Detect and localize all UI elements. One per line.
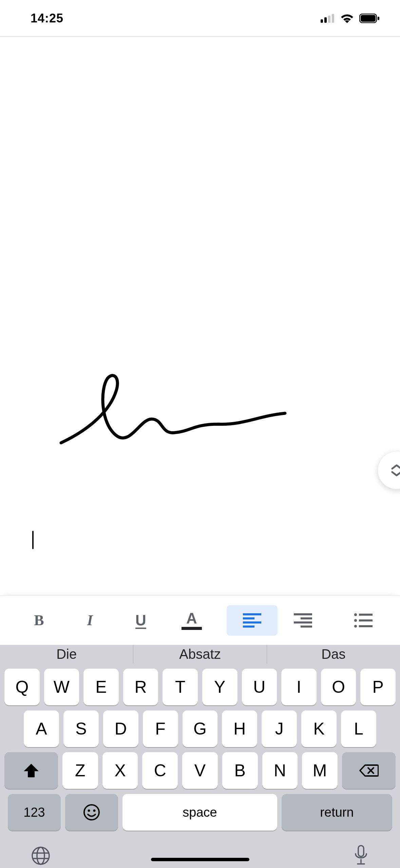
- bullet-list-button[interactable]: [338, 605, 389, 636]
- svg-rect-11: [294, 613, 312, 615]
- svg-rect-14: [301, 626, 312, 628]
- dictation-button[interactable]: [353, 844, 369, 868]
- svg-rect-16: [359, 614, 373, 616]
- key-k[interactable]: K: [301, 710, 337, 747]
- suggestion-1[interactable]: Die: [0, 647, 133, 662]
- shift-icon: [23, 763, 39, 778]
- key-r[interactable]: R: [123, 669, 158, 705]
- cellular-icon: [321, 14, 335, 23]
- svg-point-15: [354, 613, 357, 616]
- key-a[interactable]: A: [24, 710, 59, 747]
- key-n[interactable]: N: [262, 752, 298, 789]
- format-toolbar: B I U A: [0, 595, 400, 645]
- key-emoji[interactable]: [65, 794, 118, 831]
- svg-rect-7: [243, 613, 261, 615]
- key-u[interactable]: U: [242, 669, 277, 705]
- svg-rect-9: [243, 621, 261, 623]
- text-cursor: [32, 531, 34, 549]
- align-left-button[interactable]: [227, 605, 278, 636]
- key-z[interactable]: Z: [62, 752, 98, 789]
- key-x[interactable]: X: [102, 752, 138, 789]
- key-s[interactable]: S: [63, 710, 99, 747]
- svg-rect-1: [324, 17, 327, 23]
- keyboard-footer: [0, 834, 400, 868]
- key-h[interactable]: H: [222, 710, 257, 747]
- key-t[interactable]: T: [163, 669, 198, 705]
- emoji-icon: [83, 804, 100, 821]
- key-e[interactable]: E: [83, 669, 119, 705]
- backspace-icon: [359, 764, 379, 777]
- status-time: 14:25: [31, 11, 63, 25]
- key-d[interactable]: D: [103, 710, 138, 747]
- globe-button[interactable]: [31, 846, 51, 867]
- svg-rect-3: [332, 14, 334, 23]
- svg-rect-2: [328, 16, 330, 23]
- svg-rect-8: [243, 617, 254, 619]
- globe-icon: [31, 846, 51, 866]
- svg-rect-12: [301, 617, 312, 619]
- align-right-button[interactable]: [278, 605, 328, 636]
- battery-icon: [359, 14, 380, 23]
- key-backspace[interactable]: [342, 752, 396, 789]
- chevron-up-icon: [391, 464, 400, 470]
- key-f[interactable]: F: [143, 710, 178, 747]
- suggestion-row: Die Absatz Das: [0, 645, 400, 664]
- key-y[interactable]: Y: [202, 669, 237, 705]
- status-icons: [321, 14, 380, 23]
- key-shift[interactable]: [4, 752, 58, 789]
- svg-point-17: [354, 619, 357, 622]
- bullet-list-icon: [354, 613, 373, 628]
- align-left-icon: [243, 613, 261, 628]
- key-numbers[interactable]: 123: [8, 794, 61, 831]
- svg-rect-6: [378, 17, 379, 20]
- key-g[interactable]: G: [183, 710, 218, 747]
- svg-point-27: [37, 847, 44, 864]
- key-b[interactable]: B: [222, 752, 258, 789]
- chevron-down-icon: [391, 471, 400, 477]
- bold-button[interactable]: B: [14, 605, 64, 636]
- underline-button[interactable]: U: [115, 605, 166, 636]
- key-space[interactable]: space: [122, 794, 277, 831]
- svg-rect-0: [321, 19, 323, 23]
- key-return[interactable]: return: [282, 794, 392, 831]
- italic-button[interactable]: I: [64, 605, 115, 636]
- key-j[interactable]: J: [262, 710, 297, 747]
- underline-label: U: [135, 612, 146, 629]
- signature-drawing: [59, 370, 290, 451]
- microphone-icon: [353, 844, 369, 867]
- key-o[interactable]: O: [321, 669, 356, 705]
- key-v[interactable]: V: [182, 752, 218, 789]
- suggestion-3[interactable]: Das: [267, 647, 400, 662]
- wifi-icon: [340, 14, 354, 23]
- svg-rect-18: [359, 619, 373, 621]
- svg-point-19: [354, 625, 357, 628]
- align-right-icon: [294, 613, 312, 628]
- document-area[interactable]: [0, 37, 400, 595]
- svg-point-25: [93, 810, 96, 812]
- svg-point-24: [88, 810, 90, 812]
- keyboard: Die Absatz Das Q W E R T Y U I O P A S D…: [0, 645, 400, 868]
- svg-rect-10: [243, 626, 254, 628]
- svg-point-23: [84, 805, 99, 820]
- svg-rect-30: [358, 846, 364, 856]
- svg-point-26: [32, 847, 49, 864]
- key-p[interactable]: P: [360, 669, 396, 705]
- text-color-button[interactable]: A: [166, 605, 217, 636]
- key-m[interactable]: M: [302, 752, 338, 789]
- svg-rect-13: [294, 621, 312, 623]
- text-color-label: A: [186, 611, 197, 626]
- key-q[interactable]: Q: [4, 669, 40, 705]
- key-l[interactable]: L: [341, 710, 376, 747]
- text-color-swatch: [182, 627, 202, 630]
- status-bar: 14:25: [0, 0, 400, 37]
- svg-rect-5: [361, 15, 376, 22]
- home-indicator[interactable]: [151, 858, 249, 861]
- key-w[interactable]: W: [44, 669, 79, 705]
- key-i[interactable]: I: [281, 669, 317, 705]
- svg-rect-20: [359, 625, 373, 627]
- key-c[interactable]: C: [142, 752, 178, 789]
- suggestion-2[interactable]: Absatz: [133, 647, 266, 662]
